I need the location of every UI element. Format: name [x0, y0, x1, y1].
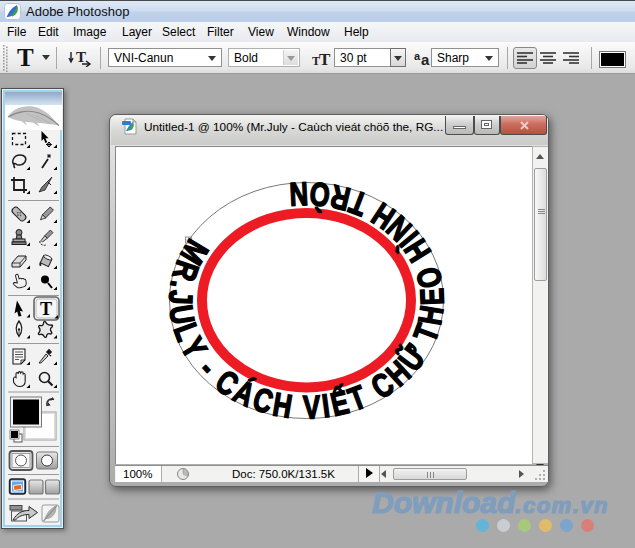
svg-text:T: T	[76, 49, 86, 65]
svg-text:T: T	[319, 50, 331, 68]
svg-text:a: a	[421, 51, 430, 67]
svg-text:T: T	[40, 299, 52, 319]
svg-text:V: V	[302, 388, 321, 425]
svg-text:a: a	[414, 51, 421, 62]
svg-text:Ò: Ò	[308, 176, 331, 214]
svg-text:N: N	[289, 176, 309, 214]
